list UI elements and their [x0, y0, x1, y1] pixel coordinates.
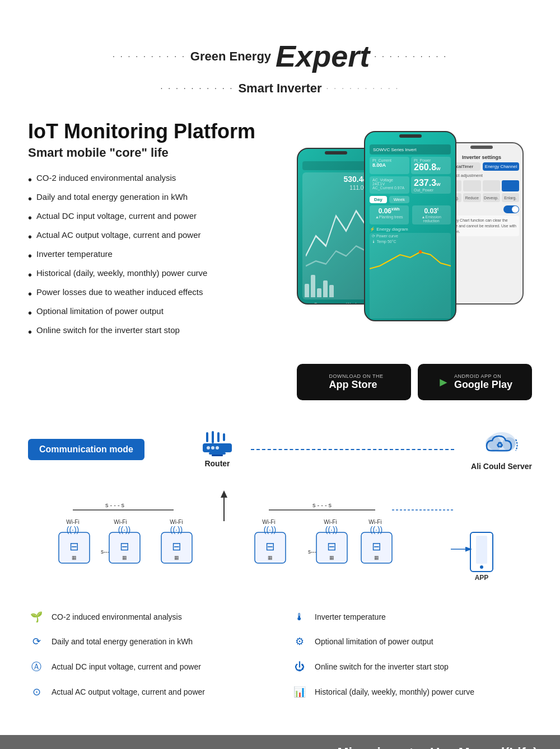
apple-button-text: Download on the App Store	[329, 373, 384, 391]
svg-text:▦: ▦	[72, 555, 77, 560]
list-item: Inverter temperature	[28, 246, 286, 265]
right-column: 530.4W 111.0W Day Week SOWVC Series Inve…	[297, 120, 532, 400]
list-item: Optional limitation of power output	[28, 303, 286, 322]
svg-text:((·)): ((·))	[170, 525, 183, 534]
list-item: CO-2 induced environmental analysis	[28, 170, 286, 189]
comm-badge: Communication mode	[28, 439, 144, 460]
svg-point-49	[480, 565, 483, 569]
dc-icon: Ⓐ	[28, 660, 45, 673]
svg-text:((·)): ((·))	[118, 525, 131, 534]
svg-text:((·)): ((·))	[370, 525, 383, 534]
list-item: Daily and total energy generation in kWh	[28, 189, 286, 208]
comm-section: Communication mode Router	[0, 411, 560, 724]
phones-container: 530.4W 111.0W Day Week SOWVC Series Inve…	[297, 120, 532, 355]
limit-icon: ⚙	[291, 635, 308, 648]
expert-text: Expert	[276, 34, 370, 79]
switch-icon: ⏻	[291, 661, 308, 673]
svg-text:Wi-Fi: Wi-Fi	[170, 519, 183, 525]
main-content: IoT Monitoring Platform Smart mobile "co…	[0, 109, 560, 411]
comm-diagram: s - - - s s - - - s Wi-Fi Wi-Fi Wi-Fi Wi…	[28, 476, 532, 591]
list-item: Actual DC input voltage, current and pow…	[28, 208, 286, 227]
svg-rect-48	[476, 536, 487, 564]
feature-item-5: 🌡 Inverter temperature	[291, 607, 532, 626]
google-play-button[interactable]: ► ANDROID APP ON Google Play	[418, 364, 532, 400]
svg-point-13	[502, 437, 516, 451]
svg-text:⊟: ⊟	[372, 540, 381, 553]
svg-text:s - - - s: s - - - s	[312, 502, 332, 508]
svg-text:▦: ▦	[122, 555, 127, 560]
list-item: Online switch for the inverter start sto…	[28, 322, 286, 341]
svg-text:▦: ▦	[374, 555, 379, 560]
smart-inverter-text: Smart Inverter	[238, 79, 321, 97]
svg-text:♻: ♻	[496, 441, 503, 450]
svg-text:Wi-Fi: Wi-Fi	[324, 519, 337, 525]
svg-text:▦: ▦	[268, 555, 273, 560]
header-line2: · · · · · · · · · · Smart Inverter · · ·…	[11, 79, 549, 97]
list-item: Power losses due to weather induced effe…	[28, 284, 286, 303]
svg-rect-4	[223, 433, 225, 441]
svg-text:((·)): ((·))	[67, 525, 80, 534]
feature-item-3: Ⓐ Actual DC input voltage, current and p…	[28, 657, 269, 677]
ac-icon: ⊙	[28, 686, 45, 698]
svg-text:⊟: ⊟	[265, 540, 275, 553]
svg-text:⊟: ⊟	[327, 540, 337, 553]
router-label: Router	[204, 459, 230, 468]
svg-rect-1	[206, 432, 208, 442]
left-column: IoT Monitoring Platform Smart mobile "co…	[28, 120, 286, 341]
svg-text:Wi-Fi: Wi-Fi	[368, 519, 381, 525]
svg-point-7	[211, 446, 214, 450]
dots-left-1: · · · · · · · · · ·	[113, 50, 186, 62]
svg-text:Wi-Fi: Wi-Fi	[114, 519, 127, 525]
phone-screen-center: SOWVC Series Invert Pt_Current 8.00A Pt_…	[365, 140, 455, 321]
server-label: Ali Could Server	[471, 462, 532, 471]
phone-center: SOWVC Series Invert Pt_Current 8.00A Pt_…	[364, 131, 456, 321]
svg-text:APP: APP	[475, 574, 489, 582]
features-grid: 🌱 CO-2 induced environmental analysis 🌡 …	[28, 602, 532, 707]
chart-svg-center	[370, 244, 451, 271]
feature-item-4: ⊙ Actual AC output voltage, current and …	[28, 682, 269, 701]
svg-rect-10	[212, 455, 223, 456]
feature-item-7: ⏻ Online switch for the inverter start s…	[291, 657, 532, 677]
feature-item-2: ⟳ Daily and total energy generation in k…	[28, 632, 269, 651]
list-item: Actual AC output voltage, current and po…	[28, 227, 286, 246]
smart-subtitle: Smart mobile "core" life	[28, 146, 286, 160]
iot-title: IoT Monitoring Platform	[28, 120, 286, 143]
phone-screen-left: 530.4W 111.0W Day Week	[298, 157, 374, 305]
svg-text:⊟: ⊟	[172, 540, 181, 553]
co2-icon: 🌱	[28, 611, 45, 623]
energy-icon: ⟳	[28, 635, 45, 648]
svg-text:((·)): ((·))	[264, 525, 277, 534]
phone-left: 530.4W 111.0W Day Week	[297, 148, 375, 305]
dots-right-2: · · · · · · · · · ·	[326, 82, 400, 94]
header-area: · · · · · · · · · · Green Energy Expert …	[0, 0, 560, 109]
google-play-icon: ►	[437, 375, 450, 390]
list-item: Historical (daily, weekly, monthly) powe…	[28, 265, 286, 284]
google-button-text: ANDROID APP ON Google Play	[454, 373, 512, 391]
svg-rect-3	[217, 432, 220, 442]
svg-point-0	[419, 250, 422, 254]
apple-store-button[interactable]: Download on the App Store	[297, 364, 411, 400]
feature-item-8: 📊 Historical (daily, weekly, monthly) po…	[291, 682, 532, 701]
temp-icon: 🌡	[291, 611, 308, 623]
svg-rect-9	[209, 452, 226, 455]
phone-notch-right	[470, 146, 493, 149]
cloud-server-icon: ♻	[482, 428, 521, 462]
svg-text:Wi-Fi: Wi-Fi	[262, 519, 275, 525]
google-large-text: Google Play	[454, 379, 512, 391]
svg-text:⊟: ⊟	[69, 540, 79, 553]
svg-text:▦: ▦	[329, 555, 334, 560]
svg-text:⊟: ⊟	[120, 540, 129, 553]
phone-notch-center	[399, 134, 422, 138]
svg-point-8	[216, 446, 219, 450]
app-buttons: Download on the App Store ► ANDROID APP …	[297, 364, 532, 400]
feature-item-6: ⚙ Optional limitation of power output	[291, 632, 532, 651]
router-icon	[200, 431, 234, 459]
dots-left-2: · · · · · · · · · ·	[161, 82, 234, 94]
feature-list: CO-2 induced environmental analysis Dail…	[28, 170, 286, 341]
svg-text:▦: ▦	[174, 555, 179, 560]
apple-large-text: App Store	[329, 379, 384, 391]
google-small-text: ANDROID APP ON	[454, 373, 512, 379]
svg-rect-2	[212, 431, 214, 443]
svg-point-6	[207, 446, 210, 450]
svg-text:Wi-Fi: Wi-Fi	[66, 519, 79, 525]
